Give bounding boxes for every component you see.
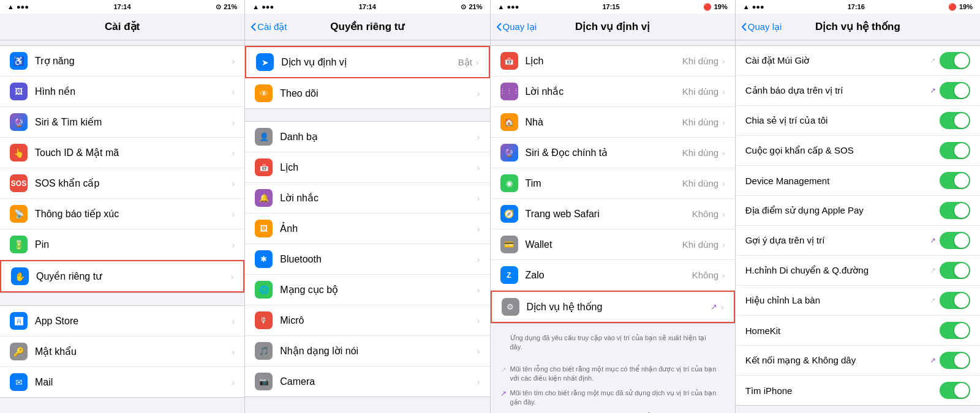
- bluetooth-item[interactable]: ✱ Bluetooth ›: [245, 244, 489, 275]
- p3-loinhac-item[interactable]: ⋮⋮⋮ Lời nhắc Khi dùng ›: [491, 76, 735, 107]
- anh-item[interactable]: 🖼 Ảnh ›: [245, 214, 489, 244]
- p4-applepay-toggle[interactable]: [940, 202, 970, 219]
- location-note: Ứng dụng đã yêu cầu truy cập vào vị trí …: [491, 324, 735, 362]
- status-bar-4: ▲ ●●● 17:16 🔴 19%: [736, 0, 980, 13]
- back-button-3[interactable]: Quay lại: [497, 21, 537, 32]
- pin-icon: 🔋: [10, 236, 28, 253]
- chevron-icon: ›: [477, 346, 480, 356]
- scroll-2[interactable]: ➤ Dịch vụ định vị Bật › 👁 Theo dõi › 👤 D…: [245, 40, 489, 413]
- note-text: Ứng dụng đã yêu cầu truy cập vào vị trí …: [500, 329, 725, 357]
- appstore-icon: 🅰: [10, 312, 28, 330]
- system-list: Cài đặt Múi Giờ ↗ Cảnh báo dựa trên vị t…: [736, 45, 980, 406]
- p4-devicemgmt-item[interactable]: Device Management: [736, 166, 980, 196]
- p4-muiggio-item[interactable]: Cài đặt Múi Giờ ↗: [736, 46, 980, 76]
- scroll-4[interactable]: Cài đặt Múi Giờ ↗ Cảnh báo dựa trên vị t…: [736, 40, 980, 413]
- p4-applepay-label: Địa điểm sử dụng Apple Pay: [745, 205, 940, 216]
- p4-homekit-item[interactable]: HomeKit: [736, 316, 980, 346]
- chevron-icon: ›: [477, 193, 480, 203]
- p4-timiphone-toggle[interactable]: [940, 382, 970, 399]
- p4-goiy-item[interactable]: Gợi ý dựa trên vị trí ↗: [736, 226, 980, 256]
- matkhau-icon: 🔑: [10, 343, 28, 360]
- loinhac-item[interactable]: 🔔 Lời nhắc ›: [245, 183, 489, 214]
- list-item[interactable]: 👆 Touch ID & Mật mã ›: [0, 138, 244, 168]
- chevron-icon: ›: [722, 240, 725, 250]
- status-right-4: 🔴 19%: [948, 3, 973, 11]
- back-label-3: Quay lại: [503, 21, 537, 32]
- panel-2: ▲ ●●● 17:14 ⊙ 21% Cài đặt Quyền riêng tư…: [245, 0, 490, 413]
- matkhau-item[interactable]: 🔑 Mật khẩu ›: [0, 337, 244, 367]
- mangcucbo-item[interactable]: 🌐 Mạng cục bộ ›: [245, 275, 489, 305]
- micro-item[interactable]: 🎙 Micrô ›: [245, 305, 489, 336]
- dichvudinhvi-item[interactable]: ➤ Dịch vụ định vị Bật ›: [245, 46, 489, 78]
- p3-safari-item[interactable]: 🧭 Trang web Safari Không ›: [491, 199, 735, 229]
- back-label-2: Cài đặt: [257, 21, 287, 32]
- scroll-1[interactable]: ♿ Trợ năng › 🖼 Hình nền › 🔮 Siri & Tìm k…: [0, 40, 244, 413]
- list-item[interactable]: 🖼 Hình nền ›: [0, 76, 244, 107]
- list-item[interactable]: ♿ Trợ năng ›: [0, 46, 244, 76]
- p3-wallet-item[interactable]: 💳 Wallet Khi dùng ›: [491, 229, 735, 260]
- p3-tim-item[interactable]: ◉ Tim Khi dùng ›: [491, 168, 735, 199]
- p3-siri-item[interactable]: 🔮 Siri & Đọc chính tả Khi dùng ›: [491, 138, 735, 168]
- p4-cuocgoi-item[interactable]: Cuộc gọi khẩn cấp & SOS: [736, 136, 980, 166]
- status-time-4: 17:16: [848, 3, 865, 10]
- p4-chiase-label: Chia sẻ vị trí của tôi: [745, 115, 940, 126]
- p4-ketnoi-item[interactable]: Kết nối mạng & Không dây ↗: [736, 346, 980, 376]
- list-item[interactable]: SOS SOS khẩn cấp ›: [0, 168, 244, 199]
- p3-dichvuhethong-label: Dịch vụ hệ thống: [527, 301, 711, 313]
- p3-wallet-label: Wallet: [526, 239, 682, 250]
- siri-label: Siri & Tìm kiếm: [35, 116, 232, 128]
- p4-muiggio-toggle[interactable]: [940, 52, 970, 69]
- back-button-4[interactable]: Quay lại: [742, 21, 782, 32]
- p4-cuocgoi-toggle[interactable]: [940, 142, 970, 159]
- p3-lich-item[interactable]: 📅 Lịch Khi dùng ›: [491, 46, 735, 76]
- chevron-icon: ›: [231, 272, 234, 281]
- p4-hieuchinhlaban-item[interactable]: Hiệu chỉnh La bàn ↗: [736, 286, 980, 316]
- p3-zalo-item[interactable]: Z Zalo Không ›: [491, 260, 735, 291]
- quyen-rieng-tu-item[interactable]: ✋ Quyền riêng tư ›: [0, 260, 244, 292]
- sos-icon: SOS: [10, 174, 28, 192]
- p4-chiase-item[interactable]: Chia sẻ vị trí của tôi: [736, 106, 980, 136]
- tronang-icon: ♿: [10, 52, 28, 70]
- p3-tim-value: Khi dùng: [682, 178, 718, 188]
- danhba-label: Danh bạ: [280, 131, 477, 143]
- p4-devicemgmt-toggle[interactable]: [940, 172, 970, 189]
- p4-canhbao-arrow: ↗: [930, 86, 936, 95]
- mail-icon: ✉: [10, 373, 28, 391]
- theodoi-item[interactable]: 👁 Theo dõi ›: [245, 78, 489, 108]
- status-right-2: ⊙ 21%: [461, 3, 482, 11]
- p4-goiy-toggle[interactable]: [940, 232, 970, 249]
- p4-homekit-label: HomeKit: [745, 326, 940, 336]
- appstore-item[interactable]: 🅰 App Store ›: [0, 306, 244, 337]
- lich-item[interactable]: 📅 Lịch ›: [245, 152, 489, 183]
- chevron-icon: ›: [232, 378, 235, 387]
- nhandang-item[interactable]: 🎵 Nhận dạng lời nói ›: [245, 336, 489, 366]
- list-item[interactable]: 🔮 Siri & Tìm kiếm ›: [0, 107, 244, 138]
- danhba-item[interactable]: 👤 Danh bạ ›: [245, 122, 489, 152]
- list-item[interactable]: 📡 Thông báo tiếp xúc ›: [0, 199, 244, 229]
- p4-canhbao-toggle[interactable]: [940, 82, 970, 99]
- legend-item-1: ↗ Mũi tên rỗng cho biết rằng một mục có …: [491, 362, 735, 386]
- touchid-icon: 👆: [10, 144, 28, 162]
- p3-dichvuhethong-item[interactable]: ⚙ Dịch vụ hệ thống ↗ ›: [491, 291, 735, 323]
- p4-chiase-toggle[interactable]: [940, 112, 970, 129]
- p4-hieuchinhlaban-toggle[interactable]: [940, 292, 970, 309]
- location-list: 📅 Lịch Khi dùng › ⋮⋮⋮ Lời nhắc Khi dùng …: [491, 45, 735, 324]
- p4-applepay-item[interactable]: Địa điểm sử dụng Apple Pay: [736, 196, 980, 226]
- p3-dichvuhethong-icon: ⚙: [502, 298, 519, 316]
- camera-item[interactable]: 📷 Camera ›: [245, 366, 489, 396]
- p4-canhbao-label: Cảnh báo dựa trên vị trí: [745, 85, 930, 96]
- legend-text-1: Mũi tên rỗng cho biết rằng một mục có th…: [510, 365, 725, 384]
- back-button-2[interactable]: Cài đặt: [251, 21, 287, 32]
- list-item[interactable]: 🔋 Pin ›: [0, 229, 244, 260]
- signal-icon-2: ●●●: [262, 3, 274, 10]
- scroll-3[interactable]: 📅 Lịch Khi dùng › ⋮⋮⋮ Lời nhắc Khi dùng …: [491, 40, 735, 413]
- p4-ketnoi-toggle[interactable]: [940, 352, 970, 369]
- chevron-icon: ›: [232, 240, 235, 250]
- mail-item[interactable]: ✉ Mail ›: [0, 367, 244, 397]
- p4-canhbao-item[interactable]: Cảnh báo dựa trên vị trí ↗: [736, 76, 980, 106]
- p4-hchinh-toggle[interactable]: [940, 262, 970, 279]
- p4-hchinh-item[interactable]: H.chỉnh Di chuyển & Q.đường ↗: [736, 256, 980, 286]
- p4-timiphone-item[interactable]: Tìm iPhone: [736, 376, 980, 405]
- p4-homekit-toggle[interactable]: [940, 322, 970, 339]
- p3-nha-item[interactable]: 🏠 Nhà Khi dùng ›: [491, 107, 735, 138]
